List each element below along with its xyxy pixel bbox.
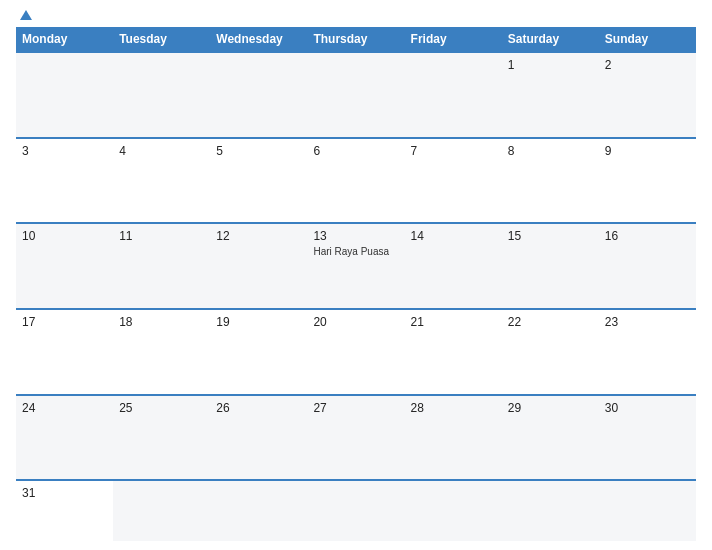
- calendar-cell: [599, 481, 696, 541]
- calendar-cell: 15: [502, 224, 599, 308]
- calendar-row: 3456789: [16, 137, 696, 223]
- cell-day-number: 6: [313, 144, 398, 158]
- calendar-cell: [307, 481, 404, 541]
- calendar-cell: 28: [405, 396, 502, 480]
- calendar-cell: 19: [210, 310, 307, 394]
- calendar-cell: [210, 481, 307, 541]
- calendar-row: 17181920212223: [16, 308, 696, 394]
- calendar-cell: 7: [405, 139, 502, 223]
- cell-day-number: 11: [119, 229, 204, 243]
- calendar-cell: 8: [502, 139, 599, 223]
- cell-day-number: 27: [313, 401, 398, 415]
- calendar-cell: [16, 53, 113, 137]
- calendar-cell: 4: [113, 139, 210, 223]
- page-header: [16, 10, 696, 21]
- calendar-cell: 26: [210, 396, 307, 480]
- calendar: MondayTuesdayWednesdayThursdayFridaySatu…: [16, 27, 696, 540]
- cell-day-number: 2: [605, 58, 690, 72]
- logo-triangle-icon: [20, 10, 32, 20]
- day-of-week-header: Tuesday: [113, 27, 210, 51]
- calendar-cell: [502, 481, 599, 541]
- calendar-cell: 18: [113, 310, 210, 394]
- logo: [16, 10, 32, 21]
- calendar-cell: 31: [16, 481, 113, 541]
- calendar-cell: [307, 53, 404, 137]
- calendar-header: MondayTuesdayWednesdayThursdayFridaySatu…: [16, 27, 696, 51]
- cell-day-number: 20: [313, 315, 398, 329]
- day-of-week-header: Monday: [16, 27, 113, 51]
- calendar-row: 24252627282930: [16, 394, 696, 480]
- cell-day-number: 25: [119, 401, 204, 415]
- calendar-row: 10111213Hari Raya Puasa141516: [16, 222, 696, 308]
- calendar-cell: [113, 481, 210, 541]
- calendar-cell: 5: [210, 139, 307, 223]
- calendar-cell: 21: [405, 310, 502, 394]
- calendar-cell: [210, 53, 307, 137]
- calendar-cell: [405, 481, 502, 541]
- calendar-cell: 30: [599, 396, 696, 480]
- cell-day-number: 16: [605, 229, 690, 243]
- cell-day-number: 22: [508, 315, 593, 329]
- calendar-cell: [405, 53, 502, 137]
- day-of-week-header: Friday: [405, 27, 502, 51]
- calendar-cell: 13Hari Raya Puasa: [307, 224, 404, 308]
- calendar-cell: 2: [599, 53, 696, 137]
- calendar-cell: 11: [113, 224, 210, 308]
- calendar-cell: 14: [405, 224, 502, 308]
- calendar-cell: 22: [502, 310, 599, 394]
- cell-day-number: 3: [22, 144, 107, 158]
- cell-event: Hari Raya Puasa: [313, 245, 398, 258]
- calendar-row: 12: [16, 51, 696, 137]
- calendar-page: MondayTuesdayWednesdayThursdayFridaySatu…: [0, 0, 712, 550]
- cell-day-number: 10: [22, 229, 107, 243]
- cell-day-number: 1: [508, 58, 593, 72]
- calendar-cell: [113, 53, 210, 137]
- cell-day-number: 8: [508, 144, 593, 158]
- calendar-cell: 3: [16, 139, 113, 223]
- cell-day-number: 17: [22, 315, 107, 329]
- day-of-week-header: Wednesday: [210, 27, 307, 51]
- calendar-row: 31: [16, 479, 696, 540]
- cell-day-number: 12: [216, 229, 301, 243]
- day-of-week-header: Thursday: [307, 27, 404, 51]
- cell-day-number: 29: [508, 401, 593, 415]
- cell-day-number: 30: [605, 401, 690, 415]
- day-of-week-header: Saturday: [502, 27, 599, 51]
- day-of-week-header: Sunday: [599, 27, 696, 51]
- calendar-cell: 25: [113, 396, 210, 480]
- logo-blue-text: [16, 10, 32, 21]
- cell-day-number: 13: [313, 229, 398, 243]
- calendar-cell: 29: [502, 396, 599, 480]
- calendar-cell: 9: [599, 139, 696, 223]
- calendar-body: 12345678910111213Hari Raya Puasa14151617…: [16, 51, 696, 540]
- cell-day-number: 24: [22, 401, 107, 415]
- cell-day-number: 28: [411, 401, 496, 415]
- cell-day-number: 15: [508, 229, 593, 243]
- calendar-cell: 16: [599, 224, 696, 308]
- cell-day-number: 21: [411, 315, 496, 329]
- cell-day-number: 14: [411, 229, 496, 243]
- calendar-cell: 6: [307, 139, 404, 223]
- calendar-cell: 24: [16, 396, 113, 480]
- cell-day-number: 23: [605, 315, 690, 329]
- cell-day-number: 7: [411, 144, 496, 158]
- calendar-cell: 1: [502, 53, 599, 137]
- cell-day-number: 19: [216, 315, 301, 329]
- calendar-cell: 12: [210, 224, 307, 308]
- calendar-cell: 20: [307, 310, 404, 394]
- calendar-cell: 10: [16, 224, 113, 308]
- cell-day-number: 4: [119, 144, 204, 158]
- calendar-cell: 23: [599, 310, 696, 394]
- cell-day-number: 18: [119, 315, 204, 329]
- calendar-cell: 17: [16, 310, 113, 394]
- cell-day-number: 31: [22, 486, 107, 500]
- cell-day-number: 5: [216, 144, 301, 158]
- cell-day-number: 9: [605, 144, 690, 158]
- cell-day-number: 26: [216, 401, 301, 415]
- calendar-cell: 27: [307, 396, 404, 480]
